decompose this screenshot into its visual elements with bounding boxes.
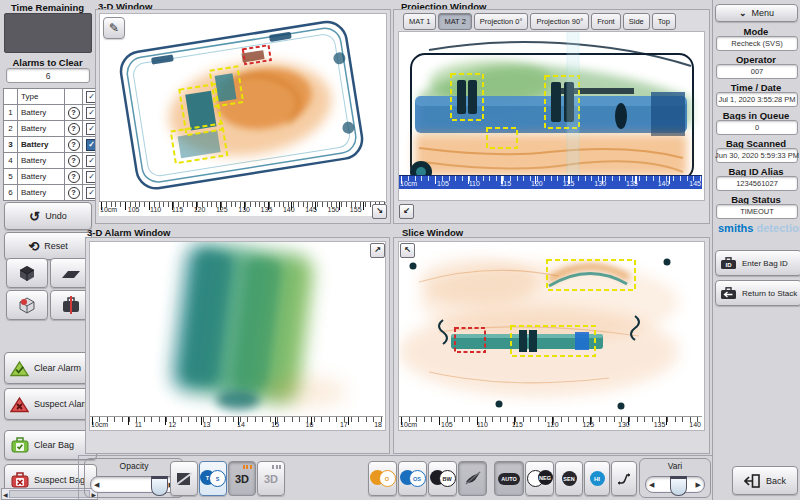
time-remaining-label: Time Remaining: [0, 2, 95, 13]
back-button[interactable]: Back: [732, 466, 798, 495]
black-white-button[interactable]: BW: [428, 461, 457, 496]
help-icon[interactable]: ?: [68, 107, 80, 119]
sen-icon: SEN: [562, 471, 577, 486]
svg-text:ID: ID: [726, 262, 733, 268]
brand-smiths: smiths: [718, 222, 753, 234]
tab-side[interactable]: Side: [623, 13, 650, 30]
alarm-ruler: 10cm1112131415161718: [90, 416, 383, 431]
vari-slider[interactable]: Vari ◀ ▶: [639, 458, 711, 498]
annotate-button[interactable]: ✎: [103, 17, 125, 39]
xray-alarm-image: [90, 242, 385, 416]
corner-nw-icon: ↖: [404, 245, 411, 254]
alarms-count: 6: [6, 68, 90, 83]
suspect-alarm-icon: [10, 396, 29, 413]
xray-3d-image: [100, 14, 386, 202]
clear-alarm-button[interactable]: Clear Alarm: [4, 352, 97, 384]
tab-top[interactable]: Top: [652, 13, 676, 30]
strikethrough-square-icon: [175, 471, 193, 487]
ts-icon: T S: [200, 470, 226, 487]
threed-resize-button[interactable]: ↘: [372, 204, 387, 219]
opacity-label: Opacity: [85, 461, 183, 471]
tab-projection-0[interactable]: Projection 0°: [474, 13, 529, 30]
organic-only-button[interactable]: O: [368, 461, 397, 496]
curve-adjust-button[interactable]: [611, 461, 637, 496]
corner-sw-icon: ↙: [403, 206, 410, 215]
tab-front[interactable]: Front: [591, 13, 621, 30]
enter-bag-id-button[interactable]: ID Enter Bag ID: [715, 250, 800, 276]
menu-button[interactable]: ⌄ Menu: [715, 4, 798, 22]
reset-button[interactable]: ⟲ Reset: [4, 232, 92, 260]
negative-icon: NEG: [527, 470, 553, 487]
threed-canvas[interactable]: [99, 13, 387, 203]
opacity-slider[interactable]: Opacity ◀ ▶: [84, 458, 184, 498]
scroll-left-icon[interactable]: ◀: [3, 491, 8, 498]
bag-scanned-value: Jun 30, 2020 5:59:33 PM: [716, 148, 798, 163]
help-icon[interactable]: ?: [68, 123, 80, 135]
sensitivity-button[interactable]: SEN: [555, 461, 583, 496]
projection-tabs: MAT 1 MAT 2 Projection 0° Projection 90°…: [403, 13, 676, 30]
alarm-row-2[interactable]: 2 Battery ? ✓: [4, 121, 101, 137]
threed-alt-button[interactable]: 3D: [257, 461, 285, 496]
time-remaining-display: [4, 13, 92, 53]
alarm-resize-button[interactable]: ↗: [370, 243, 385, 258]
projection-canvas[interactable]: 10cm105110115120125130135140145: [398, 31, 705, 201]
undo-icon: ↺: [29, 209, 40, 224]
alarm-row-5[interactable]: 5 Battery ? ✓: [4, 169, 101, 185]
chevron-down-icon: ⌄: [739, 8, 747, 18]
view-3d-button[interactable]: [6, 258, 48, 288]
effect-sparkle-gray-icon: [272, 465, 281, 469]
mode-value: Recheck (SVS): [716, 36, 798, 51]
black-white-icon: BW: [430, 470, 456, 487]
help-icon[interactable]: ?: [68, 139, 80, 151]
pencil-icon: ✎: [109, 21, 119, 35]
alarm-row-3-selected[interactable]: 3 Battery ? ✓: [4, 137, 101, 153]
opacity-thumb[interactable]: [151, 476, 168, 496]
arrow-right-icon[interactable]: ▶: [696, 480, 701, 489]
undo-button[interactable]: ↺ Undo: [4, 202, 92, 230]
negative-mode-button[interactable]: NEG: [525, 461, 554, 496]
bag-status-value: TIMEOUT: [716, 204, 798, 219]
pen-strike-icon: [464, 471, 482, 486]
clear-bag-icon: [10, 436, 29, 454]
tab-mat1[interactable]: MAT 1: [403, 13, 436, 30]
slice-plane-icon: [60, 264, 82, 282]
tab-projection-90[interactable]: Projection 90°: [530, 13, 589, 30]
help-icon[interactable]: ?: [68, 155, 80, 167]
opacity-track[interactable]: ◀ ▶: [90, 476, 178, 493]
hide-image-button[interactable]: [170, 461, 198, 496]
bag-id-alias-value: 1234561027: [716, 176, 798, 191]
type-header: Type: [18, 89, 65, 105]
marker-view-button[interactable]: [6, 290, 48, 320]
organic-strip-button[interactable]: OS: [398, 461, 427, 496]
arrow-left-icon[interactable]: ◀: [649, 480, 654, 489]
auto-icon: AUTO: [498, 473, 519, 485]
right-panel-divider: [712, 0, 713, 500]
projection-ruler: 10cm105110115120125130135140145: [399, 175, 702, 189]
alarm-row-1[interactable]: 1 Battery ? ✓: [4, 105, 101, 121]
projection-resize-button[interactable]: ↙: [399, 204, 414, 219]
hi-mode-button[interactable]: HI: [584, 461, 610, 496]
suspect-alarm-button[interactable]: Suspect Alarm: [4, 388, 97, 420]
pen-strike-button[interactable]: [458, 461, 487, 496]
vari-thumb[interactable]: [670, 476, 687, 496]
slice-resize-button[interactable]: ↖: [400, 243, 415, 258]
arrow-left-icon[interactable]: ◀: [94, 480, 99, 489]
slice-canvas[interactable]: 10cm105110115120125130135140: [398, 241, 705, 431]
threed-effect-button[interactable]: 3D: [228, 461, 256, 496]
alarm-row-4[interactable]: 4 Battery ? ✓: [4, 153, 101, 169]
tab-mat2[interactable]: MAT 2: [438, 13, 471, 30]
back-icon: [744, 474, 760, 488]
brand-detection: detection: [757, 222, 800, 234]
help-icon[interactable]: ?: [68, 171, 80, 183]
alarm-row-6[interactable]: 6 Battery ? ✓: [4, 185, 101, 201]
ts-mode-button[interactable]: T S: [199, 461, 227, 496]
alarms-to-clear-label: Alarms to Clear: [0, 57, 95, 68]
bags-in-queue-value: 0: [716, 120, 798, 135]
return-to-stack-button[interactable]: Return to Stack: [715, 280, 800, 306]
cube-marker-icon: [16, 295, 38, 315]
auto-mode-button[interactable]: AUTO: [494, 461, 524, 496]
cube-icon: [16, 263, 38, 283]
help-icon[interactable]: ?: [68, 187, 80, 199]
vari-track[interactable]: ◀ ▶: [645, 476, 705, 493]
alarm-canvas[interactable]: 10cm1112131415161718: [89, 241, 386, 431]
